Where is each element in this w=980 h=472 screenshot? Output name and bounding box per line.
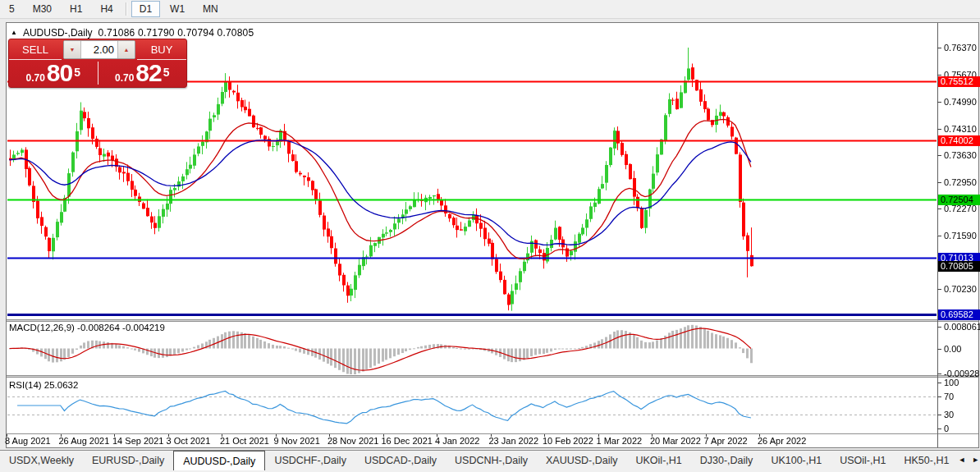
tab-xauusd-daily[interactable]: XAUUSD-,Daily: [537, 451, 627, 469]
volume-increase-button[interactable]: ▲: [117, 41, 135, 58]
toolbar-separator: [126, 2, 127, 16]
rsi-indicator-label: RSI(14) 25.0632: [9, 380, 78, 390]
symbol-tab-bar: USDX,WeeklyEURUSD-,DailyAUDUSD-,DailyUSD…: [0, 450, 980, 472]
price-axis-tick: 0.73630: [944, 150, 977, 161]
date-axis-label: 20 Mar 2022: [650, 436, 701, 446]
timeframe-toolbar: 5M30H1H4D1W1MN: [0, 0, 980, 19]
macd-axis-tick: 0.00: [944, 344, 961, 355]
date-axis-label: 1 Mar 2022: [597, 436, 643, 446]
price-axis-tick: 0.71590: [944, 231, 977, 241]
date-axis-label: 16 Dec 2021: [382, 436, 433, 446]
symbol-name: AUDUSD-,Daily: [23, 27, 93, 39]
volume-decrease-button[interactable]: ▼: [64, 41, 81, 58]
sell-price-display[interactable]: 0.70 80 5: [9, 62, 98, 84]
trade-widget-price-row: 0.70 80 5 0.70 82 5: [9, 60, 186, 86]
tab-scroll-right-icon[interactable]: ►: [972, 456, 979, 464]
date-axis-label: 8 Aug 2021: [5, 436, 51, 446]
sell-button[interactable]: SELL: [9, 39, 62, 60]
title-arrow-icon: ▲: [11, 29, 17, 37]
date-axis-label: 23 Jan 2022: [489, 436, 539, 446]
rsi-axis-tick: 30: [944, 410, 954, 420]
tab-ukoil-h1[interactable]: UKOil-,H1: [627, 451, 691, 469]
rsi-axis-tick: 100: [944, 378, 959, 388]
date-axis-label: 10 Feb 2022: [543, 436, 593, 446]
tab-audusd-daily[interactable]: AUDUSD-,Daily: [173, 451, 265, 470]
one-click-trading-widget: SELL ▼ ▲ BUY 0.70 80 5 0.70 82 5: [8, 39, 187, 88]
date-axis-label: 26 Apr 2022: [758, 436, 806, 446]
tab-dj30-daily[interactable]: DJ30-,Daily: [691, 451, 762, 469]
macd-axis-tick: 0.008061: [944, 322, 980, 332]
timeframe-mn[interactable]: MN: [195, 1, 227, 17]
date-axis-label: 26 Aug 2021: [59, 436, 110, 446]
price-level-label: 0.70805: [938, 261, 980, 272]
tab-scroll-arrows: ◄►: [958, 451, 980, 464]
tab-eurusd-daily[interactable]: EURUSD-,Daily: [83, 451, 173, 469]
tab-hk50-h1[interactable]: HK50-,H1: [895, 451, 958, 469]
timeframe-w1[interactable]: W1: [162, 1, 193, 17]
rsi-axis-tick: 0: [944, 424, 949, 434]
timeframe-5[interactable]: 5: [1, 1, 23, 17]
timeframe-m30[interactable]: M30: [25, 1, 60, 17]
tab-usdx-weekly[interactable]: USDX,Weekly: [0, 451, 83, 469]
tab-usdcnh-daily[interactable]: USDCNH-,Daily: [446, 451, 537, 469]
date-axis-label: 14 Sep 2021: [112, 436, 163, 446]
price-axis-tick: 0.70230: [944, 284, 977, 295]
date-axis-label: 21 Oct 2021: [220, 436, 269, 446]
tab-usoil-h1[interactable]: USOil-,H1: [831, 451, 895, 469]
price-level-label: 0.69582: [938, 309, 980, 320]
timeframe-d1[interactable]: D1: [131, 1, 160, 17]
price-axis-tick: 0.74990: [944, 97, 977, 108]
tab-usdchf-daily[interactable]: USDCHF-,Daily: [265, 451, 355, 469]
trade-widget-top-row: SELL ▼ ▲ BUY: [9, 39, 186, 60]
price-level-label: 0.72504: [938, 195, 980, 205]
price-axis-tick: 0.74310: [944, 124, 977, 135]
date-axis-label: 9 Nov 2021: [274, 436, 320, 446]
date-axis-label: 7 Apr 2022: [704, 436, 748, 446]
buy-button[interactable]: BUY: [137, 39, 186, 60]
volume-stepper: ▼ ▲: [63, 40, 135, 59]
price-axis-tick: 0.72950: [944, 177, 977, 188]
chart-title: ▲ AUDUSD-,Daily 0.71086 0.71790 0.70794 …: [11, 27, 254, 39]
volume-input[interactable]: [81, 41, 117, 58]
tab-scroll-left-icon[interactable]: ◄: [958, 456, 965, 464]
timeframe-h4[interactable]: H4: [92, 1, 121, 17]
ohlc-values: 0.71086 0.71790 0.70794 0.70805: [98, 27, 254, 39]
price-level-label: 0.75512: [938, 76, 980, 87]
buy-price-display[interactable]: 0.70 82 5: [98, 62, 187, 84]
rsi-axis-tick: 70: [944, 392, 954, 402]
date-axis-label: 28 Nov 2021: [327, 436, 378, 446]
price-axis-tick: 0.76370: [944, 43, 977, 53]
date-axis-label: 4 Jan 2022: [435, 436, 479, 446]
macd-indicator-label: MACD(12,26,9) -0.008264 -0.004219: [9, 323, 165, 332]
date-axis-label: 3 Oct 2021: [167, 436, 211, 446]
tab-uk100-h1[interactable]: UK100-,H1: [762, 451, 831, 469]
timeframe-h1[interactable]: H1: [62, 1, 90, 17]
price-level-label: 0.74002: [938, 135, 980, 146]
tab-usdcad-daily[interactable]: USDCAD-,Daily: [355, 451, 446, 469]
